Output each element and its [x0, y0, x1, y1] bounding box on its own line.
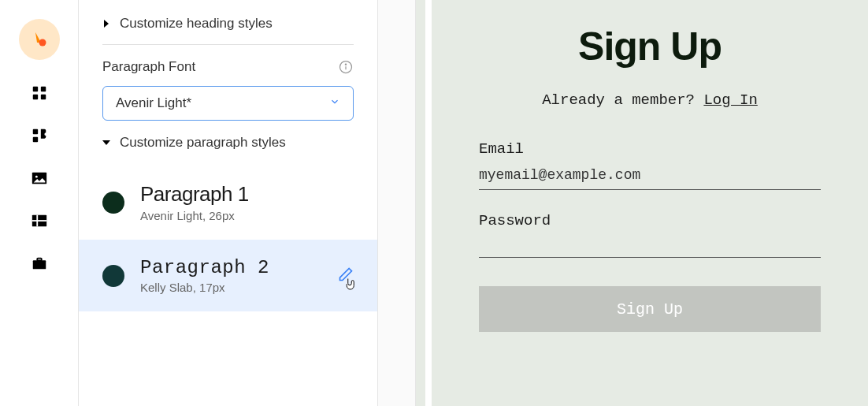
svg-rect-13: [37, 259, 42, 261]
preview-subtitle: Already a member? Log In: [479, 91, 821, 109]
email-label: Email: [479, 140, 821, 158]
style-meta: Avenir Light, 26px: [140, 209, 354, 222]
chevron-down-icon: [329, 96, 340, 110]
edit-style-button[interactable]: [338, 266, 354, 285]
customize-heading-label: Customize heading styles: [120, 16, 273, 32]
password-group: Password: [479, 212, 821, 258]
preview-panel: Sign Up Already a member? Log In Email P…: [432, 0, 868, 406]
svg-rect-1: [32, 87, 37, 91]
paragraph-font-label: Paragraph Font: [102, 59, 195, 75]
style-name: Paragraph 1: [140, 182, 354, 207]
preview-gap: [425, 0, 432, 406]
email-group: Email: [479, 140, 821, 190]
style-swatch: [102, 265, 124, 287]
svg-rect-5: [32, 129, 37, 134]
grid-icon[interactable]: [30, 211, 49, 230]
svg-rect-4: [40, 95, 45, 99]
svg-rect-6: [32, 137, 37, 142]
password-label: Password: [479, 212, 821, 229]
sections-icon[interactable]: [30, 84, 49, 102]
style-name: Paragraph 2: [140, 257, 322, 278]
info-icon[interactable]: [338, 59, 354, 75]
preview-edge: [416, 0, 425, 406]
svg-point-8: [35, 176, 37, 178]
signup-button[interactable]: Sign Up: [479, 286, 821, 332]
resize-handle[interactable]: [378, 0, 416, 406]
preview-title: Sign Up: [479, 24, 821, 69]
paragraph-font-label-row: Paragraph Font: [102, 45, 354, 86]
svg-point-16: [345, 64, 346, 65]
left-rail: [0, 0, 79, 406]
svg-rect-12: [32, 260, 46, 269]
arrow-down-icon: [102, 136, 110, 150]
cursor-icon: [343, 277, 357, 292]
paragraph-font-select[interactable]: Avenir Light*: [102, 86, 354, 121]
sidebar-panel: Customize heading styles Paragraph Font …: [79, 0, 378, 406]
svg-point-0: [39, 39, 46, 47]
style-swatch: [102, 192, 124, 214]
svg-rect-3: [32, 95, 37, 99]
already-member-text: Already a member?: [542, 91, 703, 109]
email-field[interactable]: [479, 164, 821, 190]
addons-icon[interactable]: [30, 126, 49, 145]
image-icon[interactable]: [30, 169, 49, 188]
paragraph-style-1[interactable]: Paragraph 1 Avenir Light, 26px: [79, 165, 377, 240]
customize-heading-row[interactable]: Customize heading styles: [102, 0, 354, 45]
arrow-right-icon: [102, 20, 110, 28]
customize-paragraph-label: Customize paragraph styles: [120, 135, 286, 151]
svg-rect-2: [40, 87, 45, 91]
login-link[interactable]: Log In: [703, 91, 757, 109]
password-field[interactable]: [479, 236, 821, 258]
font-select-value: Avenir Light*: [116, 95, 191, 111]
paragraph-style-2[interactable]: Paragraph 2 Kelly Slab, 17px: [79, 240, 377, 311]
theme-logo[interactable]: [19, 19, 60, 60]
theme-flame-icon: [30, 30, 49, 49]
briefcase-icon[interactable]: [30, 254, 49, 273]
customize-paragraph-row[interactable]: Customize paragraph styles: [102, 135, 354, 165]
style-meta: Kelly Slab, 17px: [140, 281, 322, 294]
